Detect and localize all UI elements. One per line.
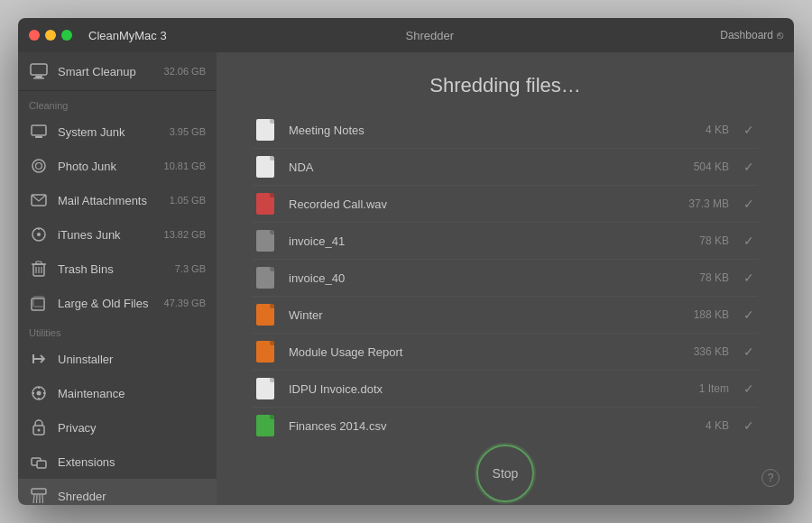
title-bar-center: Shredder [167, 29, 693, 42]
file-icon [253, 339, 278, 364]
maintenance-icon [29, 383, 49, 403]
window-subtitle: Shredder [406, 29, 454, 42]
app-title: CleanMyMac 3 [88, 29, 167, 42]
file-size: 78 KB [666, 234, 729, 247]
file-icon [253, 376, 278, 401]
file-size: 504 KB [666, 161, 729, 173]
check-icon: ✓ [740, 271, 758, 285]
files-icon [29, 293, 49, 313]
trash-bins-size: 7.3 GB [175, 263, 206, 274]
file-row: Module Usage Report 336 KB ✓ [253, 334, 758, 371]
itunes-junk-label: iTunes Junk [58, 228, 155, 242]
itunes-junk-size: 13.82 GB [164, 229, 206, 240]
system-junk-label: System Junk [58, 125, 161, 139]
file-size: 37.3 MB [666, 197, 729, 210]
file-name: NDA [289, 161, 655, 174]
photo-junk-label: Photo Junk [58, 160, 155, 173]
svg-point-9 [37, 233, 41, 236]
help-icon: ? [768, 472, 774, 484]
sidebar-item-shredder[interactable]: Shredder [18, 479, 217, 505]
mail-attachments-size: 1.05 GB [170, 195, 206, 206]
sidebar-item-trash-bins[interactable]: Trash Bins 7.3 GB [18, 252, 217, 286]
file-name: Finances 2014.csv [289, 419, 655, 433]
file-size: 78 KB [666, 271, 729, 284]
utilities-section-label: Utilities [18, 320, 217, 342]
file-row: invoice_40 78 KB ✓ [253, 260, 758, 297]
svg-point-22 [37, 391, 42, 396]
sidebar-item-large-old-files[interactable]: Large & Old Files 47.39 GB [18, 286, 217, 320]
large-old-files-label: Large & Old Files [58, 297, 155, 310]
file-name: Recorded Call.wav [289, 197, 655, 211]
svg-line-32 [33, 495, 34, 503]
shredder-label: Shredder [58, 490, 206, 503]
file-name: IDPU Invoice.dotx [289, 382, 655, 396]
sidebar-item-system-junk[interactable]: System Junk 3.95 GB [18, 115, 217, 149]
file-name: Meeting Notes [289, 124, 655, 137]
uninstaller-label: Uninstaller [58, 353, 206, 366]
traffic-lights [29, 30, 72, 41]
svg-rect-30 [37, 461, 46, 468]
title-bar-right: Dashboard ⎋ [693, 29, 783, 41]
check-icon: ✓ [740, 381, 758, 396]
photo-icon [29, 156, 49, 176]
system-junk-size: 3.95 GB [170, 126, 206, 137]
smart-cleanup-size: 32.06 GB [164, 66, 206, 77]
svg-line-35 [42, 495, 43, 503]
sidebar-item-mail-attachments[interactable]: Mail Attachments 1.05 GB [18, 183, 217, 217]
monitor-icon [29, 61, 49, 81]
system-icon [29, 122, 49, 142]
sidebar-item-itunes-junk[interactable]: iTunes Junk 13.82 GB [18, 217, 217, 252]
minimize-button[interactable] [45, 30, 56, 41]
help-button[interactable]: ? [761, 469, 780, 487]
stop-label: Stop [493, 466, 519, 481]
file-row: Finances 2014.csv 4 KB ✓ [253, 408, 758, 442]
file-row: Meeting Notes 4 KB ✓ [253, 112, 758, 149]
privacy-icon [29, 417, 49, 437]
mail-icon [29, 190, 49, 210]
sidebar-item-privacy[interactable]: Privacy [18, 410, 217, 445]
main-content: Smart Cleanup 32.06 GB Cleaning System J… [18, 52, 794, 505]
sidebar: Smart Cleanup 32.06 GB Cleaning System J… [18, 52, 217, 505]
sidebar-item-maintenance[interactable]: Maintenance [18, 376, 217, 410]
file-name: invoice_40 [289, 271, 655, 285]
file-icon [253, 191, 278, 216]
check-icon: ✓ [740, 344, 758, 359]
smart-cleanup-label: Smart Cleanup [58, 65, 155, 78]
large-old-files-size: 47.39 GB [164, 298, 206, 308]
app-window: CleanMyMac 3 Shredder Dashboard ⎋ Smart … [18, 18, 794, 505]
svg-point-6 [36, 163, 42, 170]
file-size: 4 KB [666, 124, 729, 136]
maximize-button[interactable] [61, 30, 72, 41]
files-list: Meeting Notes 4 KB ✓ NDA 504 KB ✓ Record… [217, 112, 794, 442]
check-icon: ✓ [740, 197, 758, 211]
dashboard-icon: ⎋ [777, 29, 783, 41]
extensions-icon [29, 452, 49, 472]
file-row: Recorded Call.wav 37.3 MB ✓ [253, 186, 758, 223]
maintenance-label: Maintenance [58, 387, 206, 400]
sidebar-item-photo-junk[interactable]: Photo Junk 10.81 GB [18, 149, 217, 183]
check-icon: ✓ [740, 307, 758, 322]
file-row: invoice_41 78 KB ✓ [253, 223, 758, 260]
sidebar-item-extensions[interactable]: Extensions [18, 445, 217, 479]
main-panel: Shredding files… Meeting Notes 4 KB ✓ ND… [217, 52, 794, 505]
file-icon [253, 265, 278, 290]
shredding-title: Shredding files… [217, 52, 794, 112]
file-row: Winter 188 KB ✓ [253, 297, 758, 334]
bottom-bar: Stop ? [217, 442, 794, 505]
file-row: NDA 504 KB ✓ [253, 149, 758, 186]
sidebar-item-smart-cleanup[interactable]: Smart Cleanup 32.06 GB [18, 52, 217, 91]
svg-point-28 [38, 429, 41, 432]
file-icon [253, 117, 278, 142]
svg-rect-4 [35, 136, 42, 138]
close-button[interactable] [29, 30, 40, 41]
check-icon: ✓ [740, 123, 758, 137]
sidebar-item-uninstaller[interactable]: Uninstaller [18, 342, 217, 376]
stop-button[interactable]: Stop [476, 445, 534, 502]
svg-rect-3 [32, 125, 46, 135]
check-icon: ✓ [740, 418, 758, 433]
cleaning-section-label: Cleaning [18, 93, 217, 115]
title-bar: CleanMyMac 3 Shredder Dashboard ⎋ [18, 18, 794, 52]
uninstaller-icon [29, 349, 49, 369]
dashboard-button[interactable]: Dashboard ⎋ [720, 29, 783, 41]
file-size: 188 KB [666, 308, 729, 321]
